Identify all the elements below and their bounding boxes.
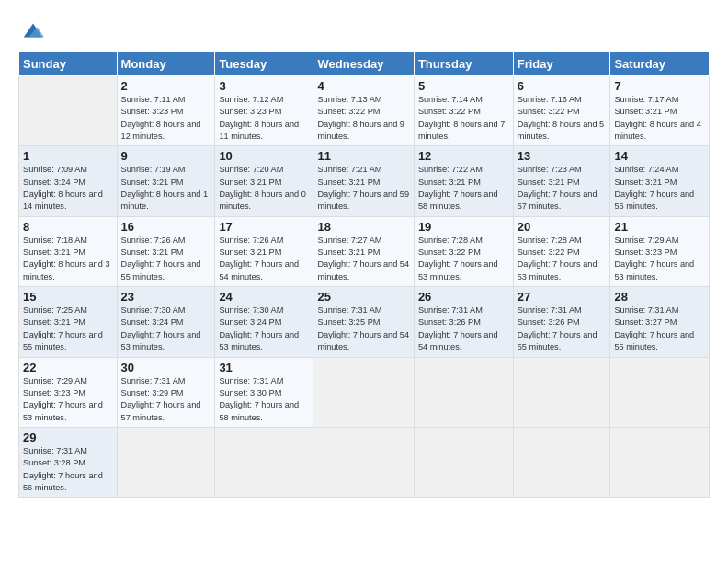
day-number: 1 (23, 149, 113, 163)
day-number: 25 (317, 290, 409, 304)
day-info: Sunrise: 7:16 AMSunset: 3:22 PMDaylight:… (518, 95, 605, 141)
day-cell: 23Sunrise: 7:30 AMSunset: 3:24 PMDayligh… (117, 287, 215, 357)
day-cell: 1Sunrise: 7:09 AMSunset: 3:24 PMDaylight… (19, 146, 118, 216)
day-info: Sunrise: 7:28 AMSunset: 3:22 PMDaylight:… (418, 236, 498, 282)
day-cell: 17Sunrise: 7:26 AMSunset: 3:21 PMDayligh… (215, 216, 313, 286)
day-number: 22 (23, 361, 113, 374)
day-number: 24 (219, 290, 309, 304)
day-info: Sunrise: 7:13 AMSunset: 3:22 PMDaylight:… (317, 95, 404, 141)
day-cell: 12Sunrise: 7:22 AMSunset: 3:21 PMDayligh… (414, 146, 513, 216)
day-info: Sunrise: 7:31 AMSunset: 3:25 PMDaylight:… (317, 305, 409, 351)
day-cell: 25Sunrise: 7:31 AMSunset: 3:25 PMDayligh… (313, 287, 414, 357)
day-cell (19, 76, 118, 146)
day-info: Sunrise: 7:26 AMSunset: 3:21 PMDaylight:… (219, 236, 299, 282)
week-row-5: 29Sunrise: 7:31 AMSunset: 3:28 PMDayligh… (19, 427, 710, 497)
week-row-3: 15Sunrise: 7:25 AMSunset: 3:21 PMDayligh… (19, 287, 710, 357)
day-cell: 24Sunrise: 7:30 AMSunset: 3:24 PMDayligh… (215, 287, 313, 357)
day-cell: 19Sunrise: 7:28 AMSunset: 3:22 PMDayligh… (414, 216, 513, 286)
day-info: Sunrise: 7:29 AMSunset: 3:23 PMDaylight:… (614, 236, 694, 282)
day-cell: 3Sunrise: 7:12 AMSunset: 3:23 PMDaylight… (215, 76, 313, 146)
day-info: Sunrise: 7:26 AMSunset: 3:21 PMDaylight:… (121, 236, 201, 282)
day-cell: 28Sunrise: 7:31 AMSunset: 3:27 PMDayligh… (610, 287, 710, 357)
day-cell (513, 427, 610, 497)
day-info: Sunrise: 7:27 AMSunset: 3:21 PMDaylight:… (317, 236, 409, 282)
header-tuesday: Tuesday (215, 52, 313, 76)
day-number: 23 (121, 290, 211, 304)
page: SundayMondayTuesdayWednesdayThursdayFrid… (0, 0, 728, 563)
day-cell (414, 427, 513, 497)
day-cell (313, 357, 414, 427)
day-number: 9 (121, 149, 211, 163)
logo-icon (20, 18, 46, 44)
day-info: Sunrise: 7:31 AMSunset: 3:30 PMDaylight:… (219, 376, 299, 422)
week-row-2: 8Sunrise: 7:18 AMSunset: 3:21 PMDaylight… (19, 216, 710, 286)
header-friday: Friday (513, 52, 610, 76)
day-cell (610, 357, 710, 427)
week-row-4: 22Sunrise: 7:29 AMSunset: 3:23 PMDayligh… (19, 357, 710, 427)
day-info: Sunrise: 7:24 AMSunset: 3:21 PMDaylight:… (614, 165, 694, 211)
day-info: Sunrise: 7:31 AMSunset: 3:26 PMDaylight:… (418, 305, 498, 351)
day-cell: 10Sunrise: 7:20 AMSunset: 3:21 PMDayligh… (215, 146, 313, 216)
day-info: Sunrise: 7:17 AMSunset: 3:21 PMDaylight:… (614, 95, 701, 141)
day-cell: 8Sunrise: 7:18 AMSunset: 3:21 PMDaylight… (19, 216, 118, 286)
day-info: Sunrise: 7:11 AMSunset: 3:23 PMDaylight:… (121, 95, 201, 141)
logo (18, 18, 46, 44)
day-info: Sunrise: 7:30 AMSunset: 3:24 PMDaylight:… (121, 305, 201, 351)
day-cell: 27Sunrise: 7:31 AMSunset: 3:26 PMDayligh… (513, 287, 610, 357)
day-info: Sunrise: 7:29 AMSunset: 3:23 PMDaylight:… (23, 376, 103, 422)
day-number: 6 (518, 79, 607, 93)
day-number: 17 (219, 220, 309, 234)
day-number: 28 (614, 290, 705, 304)
day-cell (414, 357, 513, 427)
day-number: 26 (418, 290, 509, 304)
day-cell: 7Sunrise: 7:17 AMSunset: 3:21 PMDaylight… (610, 76, 710, 146)
day-info: Sunrise: 7:25 AMSunset: 3:21 PMDaylight:… (23, 305, 103, 351)
day-cell: 14Sunrise: 7:24 AMSunset: 3:21 PMDayligh… (610, 146, 710, 216)
day-cell: 15Sunrise: 7:25 AMSunset: 3:21 PMDayligh… (19, 287, 118, 357)
day-cell: 29Sunrise: 7:31 AMSunset: 3:28 PMDayligh… (19, 427, 118, 497)
day-info: Sunrise: 7:30 AMSunset: 3:24 PMDaylight:… (219, 305, 299, 351)
day-number: 12 (418, 149, 509, 163)
day-info: Sunrise: 7:31 AMSunset: 3:28 PMDaylight:… (23, 446, 103, 492)
day-info: Sunrise: 7:12 AMSunset: 3:23 PMDaylight:… (219, 95, 299, 141)
day-number: 8 (23, 220, 113, 234)
day-cell: 4Sunrise: 7:13 AMSunset: 3:22 PMDaylight… (313, 76, 414, 146)
header-wednesday: Wednesday (313, 52, 414, 76)
day-info: Sunrise: 7:31 AMSunset: 3:29 PMDaylight:… (121, 376, 201, 422)
day-cell: 20Sunrise: 7:28 AMSunset: 3:22 PMDayligh… (513, 216, 610, 286)
day-number: 16 (121, 220, 211, 234)
header-monday: Monday (117, 52, 215, 76)
day-number: 31 (219, 361, 309, 374)
day-info: Sunrise: 7:31 AMSunset: 3:26 PMDaylight:… (518, 305, 597, 351)
day-cell: 13Sunrise: 7:23 AMSunset: 3:21 PMDayligh… (513, 146, 610, 216)
day-number: 3 (219, 79, 309, 93)
day-number: 27 (518, 290, 607, 304)
day-cell: 5Sunrise: 7:14 AMSunset: 3:22 PMDaylight… (414, 76, 513, 146)
day-info: Sunrise: 7:31 AMSunset: 3:27 PMDaylight:… (614, 305, 694, 351)
header (18, 15, 710, 44)
day-number: 10 (219, 149, 309, 163)
day-cell: 18Sunrise: 7:27 AMSunset: 3:21 PMDayligh… (313, 216, 414, 286)
day-cell: 16Sunrise: 7:26 AMSunset: 3:21 PMDayligh… (117, 216, 215, 286)
day-number: 29 (23, 431, 113, 444)
day-number: 14 (614, 149, 705, 163)
day-cell (215, 427, 313, 497)
day-cell: 9Sunrise: 7:19 AMSunset: 3:21 PMDaylight… (117, 146, 215, 216)
header-saturday: Saturday (610, 52, 710, 76)
day-cell: 2Sunrise: 7:11 AMSunset: 3:23 PMDaylight… (117, 76, 215, 146)
day-info: Sunrise: 7:18 AMSunset: 3:21 PMDaylight:… (23, 236, 110, 282)
week-row-1: 1Sunrise: 7:09 AMSunset: 3:24 PMDaylight… (19, 146, 710, 216)
header-thursday: Thursday (414, 52, 513, 76)
header-sunday: Sunday (19, 52, 118, 76)
calendar-table: SundayMondayTuesdayWednesdayThursdayFrid… (18, 52, 710, 498)
day-info: Sunrise: 7:09 AMSunset: 3:24 PMDaylight:… (23, 165, 103, 211)
day-number: 5 (418, 79, 509, 93)
day-cell (610, 427, 710, 497)
day-info: Sunrise: 7:22 AMSunset: 3:21 PMDaylight:… (418, 165, 498, 211)
day-info: Sunrise: 7:20 AMSunset: 3:21 PMDaylight:… (219, 165, 306, 211)
day-cell: 22Sunrise: 7:29 AMSunset: 3:23 PMDayligh… (19, 357, 118, 427)
day-number: 4 (317, 79, 409, 93)
day-number: 20 (518, 220, 607, 234)
day-number: 21 (614, 220, 705, 234)
day-cell (513, 357, 610, 427)
